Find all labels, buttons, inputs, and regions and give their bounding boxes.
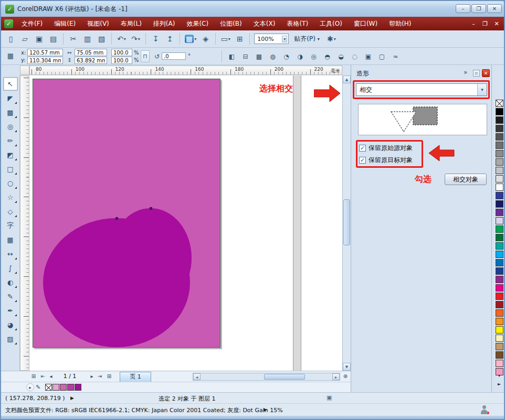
horizontal-scroll-thumb[interactable] bbox=[264, 374, 305, 380]
document-color-swatch[interactable] bbox=[67, 384, 74, 391]
view-options-button[interactable]: ⊞ bbox=[233, 33, 246, 46]
palette-color-swatch[interactable] bbox=[496, 142, 503, 149]
fill-tool[interactable]: ◕ bbox=[3, 318, 18, 331]
rotation-angle-field[interactable] bbox=[162, 52, 186, 60]
copy-button[interactable]: ▥ bbox=[81, 33, 94, 46]
options-button[interactable]: ✱ ▾ bbox=[325, 33, 338, 46]
table-tool[interactable]: ▦ bbox=[3, 233, 18, 246]
menu-arrange[interactable]: 排列(A) bbox=[148, 17, 181, 30]
polygon-tool[interactable]: ☆ bbox=[3, 190, 18, 204]
import-button[interactable]: ↧ bbox=[149, 33, 162, 46]
vertical-scrollbar[interactable]: ▲ ▼ bbox=[342, 76, 351, 371]
add-page-button[interactable]: ⊞ bbox=[29, 372, 38, 381]
palette-color-swatch[interactable] bbox=[496, 259, 503, 266]
next-page-button[interactable]: ▸ bbox=[88, 372, 96, 381]
ruler-origin[interactable] bbox=[20, 66, 29, 75]
menu-table[interactable]: 表格(T) bbox=[281, 17, 314, 30]
docker-collapse-button[interactable]: » bbox=[464, 69, 467, 76]
docker-float-button[interactable]: ▫ bbox=[473, 70, 480, 77]
shaping-mode-select[interactable]: 相交 ▾ bbox=[356, 83, 487, 96]
menu-tools[interactable]: 工具(O) bbox=[314, 17, 348, 30]
smart-fill-tool[interactable]: ◩ bbox=[3, 148, 18, 161]
menu-window[interactable]: 窗口(W) bbox=[348, 17, 383, 30]
palette-color-swatch[interactable] bbox=[496, 343, 503, 350]
palette-color-swatch[interactable] bbox=[496, 276, 503, 283]
ellipse-shape-small[interactable] bbox=[110, 208, 192, 308]
x-position-field[interactable] bbox=[27, 49, 63, 56]
last-page-button[interactable]: ⇥ bbox=[96, 372, 104, 381]
zoom-tool[interactable]: ◎ bbox=[3, 120, 18, 133]
chevron-down-icon[interactable]: ▾ bbox=[282, 36, 287, 42]
redo-button[interactable]: ↷▾ bbox=[129, 33, 142, 46]
menu-edit[interactable]: 编辑(E) bbox=[48, 17, 81, 30]
menu-text[interactable]: 文本(X) bbox=[248, 17, 281, 30]
no-color-swatch[interactable] bbox=[45, 384, 52, 391]
mirror-horizontal-button[interactable]: ◧ bbox=[226, 50, 238, 62]
doc-restore-button[interactable]: ❐ bbox=[481, 20, 489, 27]
palette-color-swatch[interactable] bbox=[496, 335, 503, 342]
palette-color-swatch[interactable] bbox=[496, 192, 503, 199]
first-page-button[interactable]: ⇤ bbox=[39, 372, 47, 381]
menu-app-icon[interactable]: ✓ bbox=[4, 19, 13, 28]
rectangle-tool[interactable]: □ bbox=[3, 162, 18, 176]
open-document-button[interactable]: ▱ bbox=[18, 33, 31, 46]
scroll-up-button[interactable]: ▲ bbox=[343, 76, 351, 83]
weld-button[interactable]: ◍ bbox=[267, 50, 279, 62]
scroll-left-button[interactable]: ◂ bbox=[193, 373, 201, 380]
palette-color-swatch[interactable] bbox=[496, 175, 503, 182]
interactive-fill-tool[interactable]: ▨ bbox=[3, 332, 18, 346]
menu-layout[interactable]: 布局(L) bbox=[115, 17, 148, 30]
expand-icon[interactable]: ▶ bbox=[70, 395, 74, 401]
palette-color-swatch[interactable] bbox=[496, 318, 503, 325]
horizontal-ruler[interactable]: 80100120140160180200220 毫米 bbox=[29, 66, 342, 75]
vertical-scroll-thumb[interactable] bbox=[343, 199, 350, 245]
lock-ratio-button[interactable]: ⊓ bbox=[141, 50, 150, 62]
outline-pen-tool[interactable]: ✒ bbox=[3, 304, 18, 317]
color-proof-icon[interactable]: ▣ bbox=[327, 394, 332, 401]
chevron-down-icon[interactable]: ▾ bbox=[477, 84, 487, 95]
blend-tool[interactable]: ◐ bbox=[3, 275, 18, 289]
menu-bitmaps[interactable]: 位图(B) bbox=[214, 17, 248, 30]
undo-button[interactable]: ↶▾ bbox=[115, 33, 128, 46]
combine-button[interactable]: ▩ bbox=[253, 50, 265, 62]
ungroup-button[interactable]: ▢ bbox=[376, 50, 388, 62]
application-launcher-button[interactable]: ▦▾ bbox=[183, 33, 198, 46]
menu-help[interactable]: 帮助(H) bbox=[383, 17, 417, 30]
palette-color-swatch[interactable] bbox=[496, 116, 503, 124]
document-color-swatch[interactable] bbox=[52, 384, 59, 391]
palette-color-swatch[interactable] bbox=[496, 301, 503, 308]
save-document-button[interactable]: ▣ bbox=[33, 33, 46, 46]
no-color-swatch[interactable] bbox=[496, 100, 503, 107]
zoom-level-combo[interactable]: 100% ▾ bbox=[254, 34, 289, 44]
trim-button[interactable]: ◔ bbox=[280, 50, 292, 62]
palette-color-swatch[interactable] bbox=[496, 184, 503, 191]
cut-button[interactable]: ✂ bbox=[67, 33, 80, 46]
menu-effects[interactable]: 效果(C) bbox=[181, 17, 214, 30]
doc-close-button[interactable]: ✕ bbox=[492, 20, 501, 27]
palette-color-swatch[interactable] bbox=[496, 360, 503, 367]
palette-color-swatch[interactable] bbox=[496, 167, 503, 174]
palette-color-swatch[interactable] bbox=[496, 293, 503, 300]
docker-close-button[interactable]: ✕ bbox=[482, 69, 490, 77]
color-eyedropper-tool[interactable]: ✎ bbox=[3, 289, 18, 303]
export-button[interactable]: ↥ bbox=[163, 33, 176, 46]
back-minus-front-button[interactable]: ◒ bbox=[335, 50, 347, 62]
page-tab[interactable]: 页 1 bbox=[120, 372, 151, 382]
palette-scroll-down-button[interactable]: ▾ bbox=[496, 373, 503, 380]
scale-x-field[interactable] bbox=[111, 49, 132, 56]
horizontal-scrollbar[interactable]: ◂ ▸ bbox=[193, 373, 340, 381]
palette-color-swatch[interactable] bbox=[496, 251, 503, 258]
palette-color-swatch[interactable] bbox=[496, 150, 503, 157]
navigator-button[interactable]: ⊕ bbox=[341, 372, 350, 381]
new-document-button[interactable]: ▯ bbox=[4, 33, 17, 46]
palette-color-swatch[interactable] bbox=[496, 267, 503, 275]
palette-color-swatch[interactable] bbox=[496, 326, 503, 333]
palette-color-swatch[interactable] bbox=[496, 217, 503, 224]
expand-icon[interactable]: ▶ bbox=[264, 407, 267, 412]
palette-color-swatch[interactable] bbox=[496, 309, 503, 317]
straight-line-connector-tool[interactable]: ∫ bbox=[3, 261, 18, 275]
palette-color-swatch[interactable] bbox=[496, 125, 503, 132]
print-button[interactable]: ▤ bbox=[47, 33, 60, 46]
document-color-swatch[interactable] bbox=[75, 384, 81, 391]
palette-color-swatch[interactable] bbox=[496, 133, 503, 141]
